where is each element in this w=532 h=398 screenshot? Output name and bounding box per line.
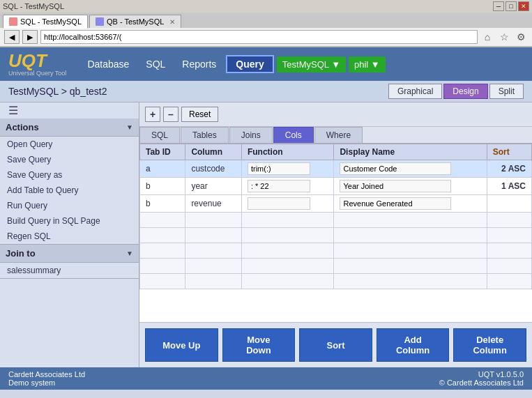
app-logo: UQT <box>8 52 66 70</box>
breadcrumb: TestMySQL > qb_test2 <box>8 86 107 97</box>
tab-sql[interactable]: SQL <box>139 127 180 143</box>
function-input-1[interactable] <box>248 180 310 192</box>
minimize-button[interactable]: ─ <box>493 1 504 11</box>
user-selector[interactable]: phil ▼ <box>349 56 386 72</box>
forward-button[interactable]: ▶ <box>22 30 38 44</box>
footer-copyright: © Cardett Associates Ltd <box>439 378 524 387</box>
browser-tab-qb[interactable]: QB - TestMySQL ✕ <box>89 15 181 28</box>
actions-collapse-btn[interactable]: ▼ <box>126 123 133 131</box>
cell-display-2[interactable] <box>334 195 487 213</box>
split-view-btn[interactable]: Split <box>489 84 524 99</box>
cell-column-0: custcode <box>185 160 242 178</box>
main-content: ☰ Actions ▼ Open Query Save Query Save Q… <box>0 102 532 367</box>
sidebar-item-run-query[interactable]: Run Query <box>0 198 139 213</box>
tab-cols[interactable]: Cols <box>273 127 314 143</box>
design-view-btn[interactable]: Design <box>443 84 487 99</box>
th-function: Function <box>241 144 334 160</box>
add-column-button[interactable]: Add Column <box>377 328 450 362</box>
display-input-1[interactable] <box>340 180 451 192</box>
empty-row <box>140 213 532 228</box>
tab-joins[interactable]: Joins <box>229 127 273 143</box>
reset-button[interactable]: Reset <box>181 107 218 122</box>
toolbar-row: + – Reset <box>139 102 532 127</box>
th-sort: Sort <box>487 144 531 160</box>
sidebar-item-save-query-as[interactable]: Save Query as <box>0 167 139 183</box>
close-button[interactable]: ✕ <box>518 1 529 11</box>
move-up-button[interactable]: Move Up <box>145 328 218 362</box>
db-selector[interactable]: TestMySQL ▼ <box>277 56 346 72</box>
th-tab-id: Tab ID <box>140 144 185 160</box>
nav-reports[interactable]: Reports <box>175 56 223 72</box>
tab-tables[interactable]: Tables <box>181 127 229 143</box>
remove-button[interactable]: – <box>163 107 178 122</box>
footer-right: UQT v1.0.5.0 © Cardett Associates Ltd <box>439 370 524 387</box>
sidebar-item-open-query[interactable]: Open Query <box>0 137 139 152</box>
cell-function-1[interactable] <box>241 178 334 195</box>
sidebar-item-salessummary[interactable]: salessummary <box>0 263 139 278</box>
right-panel: + – Reset SQL Tables Joins Cols Where Ta… <box>139 102 532 367</box>
cell-display-0[interactable] <box>334 160 487 178</box>
cell-function-2[interactable] <box>241 195 334 213</box>
tab-where[interactable]: Where <box>314 127 363 143</box>
nav-sql[interactable]: SQL <box>139 56 172 72</box>
nav-database[interactable]: Database <box>80 56 136 72</box>
home-icon[interactable]: ⌂ <box>480 30 494 44</box>
join-to-header: Join to ▼ <box>0 245 139 263</box>
sidebar: ☰ Actions ▼ Open Query Save Query Save Q… <box>0 102 139 367</box>
cell-sort-2 <box>487 195 531 213</box>
cell-function-0[interactable] <box>241 160 334 178</box>
sidebar-item-save-query[interactable]: Save Query <box>0 152 139 167</box>
cell-tab-id-0: a <box>140 160 185 178</box>
settings-icon[interactable]: ⚙ <box>514 30 528 44</box>
th-display-name: Display Name <box>334 144 487 160</box>
table-row: b year 1 ASC <box>140 178 532 195</box>
cell-display-1[interactable] <box>334 178 487 195</box>
browser-tab-sql[interactable]: SQL - TestMySQL <box>3 15 88 29</box>
browser-chrome: SQL - TestMySQL ─ □ ✕ SQL - TestMySQL QB… <box>0 0 532 47</box>
app-nav: Database SQL Reports Query TestMySQL ▼ p… <box>80 55 524 73</box>
tab-close-icon[interactable]: ✕ <box>169 18 175 26</box>
move-down-button[interactable]: Move Down <box>222 328 296 362</box>
browser-addressbar: ◀ ▶ ⌂ ☆ ⚙ <box>0 28 532 47</box>
footer-version: UQT v1.0.5.0 <box>439 370 524 378</box>
cell-tab-id-1: b <box>140 178 185 195</box>
sidebar-item-add-table[interactable]: Add Table to Query <box>0 183 139 198</box>
display-input-0[interactable] <box>340 162 451 175</box>
browser-titlebar: SQL - TestMySQL ─ □ ✕ <box>0 0 532 13</box>
app-footer: Cardett Associates Ltd Demo system UQT v… <box>0 367 532 390</box>
join-to-collapse-btn[interactable]: ▼ <box>126 250 133 257</box>
delete-column-button[interactable]: Delete Column <box>453 328 526 362</box>
logo-group: UQT Universal Query Tool <box>8 52 66 77</box>
actions-items: Open Query Save Query Save Query as Add … <box>0 137 139 244</box>
join-to-title: Join to <box>6 248 36 259</box>
sort-button[interactable]: Sort <box>299 328 372 362</box>
table-row: a custcode 2 ASC <box>140 160 532 178</box>
browser-tabs: SQL - TestMySQL QB - TestMySQL ✕ <box>0 13 532 28</box>
footer-company: Cardett Associates Ltd <box>8 370 85 378</box>
sidebar-item-regen-sql[interactable]: Regen SQL <box>0 229 139 244</box>
back-button[interactable]: ◀ <box>4 30 20 44</box>
join-to-section: Join to ▼ salessummary <box>0 245 139 279</box>
maximize-button[interactable]: □ <box>506 1 517 11</box>
th-column: Column <box>185 144 242 160</box>
nav-query[interactable]: Query <box>226 55 273 73</box>
window-controls: ─ □ ✕ <box>493 1 529 11</box>
add-button[interactable]: + <box>145 107 160 122</box>
title-text: SQL - TestMySQL <box>3 2 64 10</box>
footer-demo: Demo system <box>8 378 85 387</box>
graphical-view-btn[interactable]: Graphical <box>388 84 442 99</box>
hamburger-icon[interactable]: ☰ <box>3 102 24 119</box>
data-table: Tab ID Column Function Display Name Sort… <box>139 144 532 289</box>
function-input-2[interactable] <box>248 197 310 210</box>
cell-tab-id-2: b <box>140 195 185 213</box>
address-input[interactable] <box>40 30 478 44</box>
star-icon[interactable]: ☆ <box>497 30 511 44</box>
sidebar-item-build-sql[interactable]: Build Query in SQL Page <box>0 213 139 229</box>
cell-column-1: year <box>185 178 242 195</box>
empty-row <box>140 243 532 259</box>
display-input-2[interactable] <box>340 197 451 210</box>
cell-sort-1: 1 ASC <box>487 178 531 195</box>
table-row: b revenue <box>140 195 532 213</box>
table-header-row: Tab ID Column Function Display Name Sort <box>140 144 532 160</box>
function-input-0[interactable] <box>248 162 310 175</box>
